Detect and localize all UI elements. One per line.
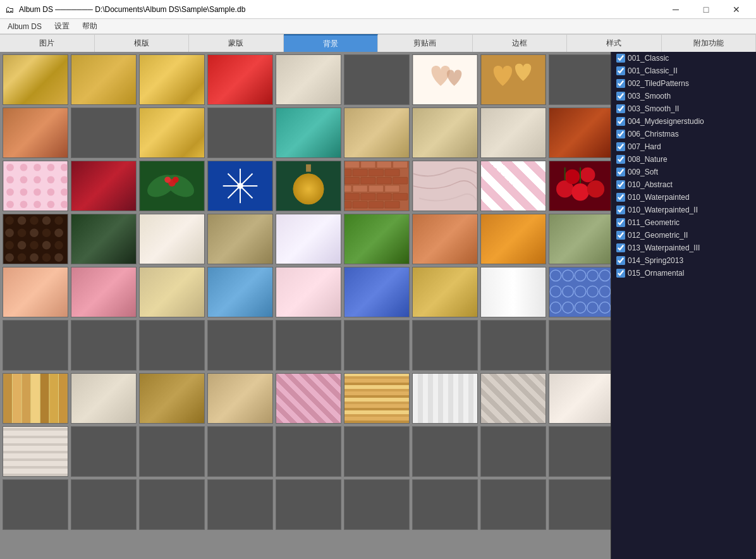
thumbnail-item[interactable] [3, 426, 68, 477]
thumbnail-item[interactable] [71, 161, 137, 211]
thumbnail-item[interactable] [344, 54, 410, 105]
minimize-button[interactable]: ─ [661, 0, 690, 19]
thumbnail-item[interactable] [207, 479, 273, 530]
thumbnail-item[interactable] [344, 214, 410, 264]
sidebar-checkbox-008_Nature[interactable] [616, 155, 625, 164]
thumbnail-item[interactable] [549, 320, 611, 371]
thumbnail-item[interactable] [3, 267, 68, 317]
tab-image[interactable]: 图片 [0, 34, 95, 52]
sidebar-checkbox-014_Spring2013[interactable] [616, 256, 625, 265]
thumbnail-item[interactable] [344, 108, 410, 158]
sidebar-checkbox-004_Mydesignerstudio[interactable] [616, 117, 625, 126]
thumbnail-item[interactable] [344, 267, 410, 317]
thumbnail-item[interactable] [549, 479, 611, 530]
sidebar-item-004_Mydesignerstudio[interactable]: 004_Mydesignerstudio [611, 115, 756, 128]
thumbnail-item[interactable] [71, 108, 137, 158]
sidebar-item-003_Smooth_II[interactable]: 003_Smooth_II [611, 102, 756, 115]
sidebar-checkbox-001_Classic_II[interactable] [616, 66, 625, 75]
thumbnail-item[interactable] [549, 267, 611, 317]
thumbnail-item[interactable] [412, 54, 478, 105]
tab-clipart[interactable]: 剪贴画 [378, 34, 473, 52]
thumbnail-item[interactable] [549, 373, 611, 424]
menu-help[interactable]: 帮助 [77, 20, 102, 33]
sidebar-item-001_Classic_II[interactable]: 001_Classic_II [611, 64, 756, 77]
thumbnail-item[interactable] [480, 214, 546, 264]
sidebar-checkbox-012_Geometric_II[interactable] [616, 231, 625, 240]
thumbnail-item[interactable] [71, 320, 137, 371]
sidebar-item-011_Geometric[interactable]: 011_Geometric [611, 216, 756, 229]
thumbnail-item[interactable] [139, 161, 205, 211]
thumbnail-item[interactable] [3, 54, 68, 105]
thumbnail-grid-area[interactable] [0, 52, 611, 559]
tab-template[interactable]: 模版 [95, 34, 190, 52]
maximize-button[interactable]: □ [692, 0, 721, 19]
thumbnail-item[interactable] [139, 479, 205, 530]
sidebar-item-010_Waterpainted[interactable]: 010_Waterpainted [611, 191, 756, 204]
thumbnail-item[interactable] [276, 54, 341, 105]
thumbnail-item[interactable] [71, 479, 137, 530]
sidebar-checkbox-003_Smooth_II[interactable] [616, 104, 625, 113]
thumbnail-item[interactable] [276, 161, 341, 211]
thumbnail-item[interactable] [3, 479, 68, 530]
thumbnail-item[interactable] [139, 54, 205, 105]
thumbnail-item[interactable] [344, 479, 410, 530]
thumbnail-item[interactable] [207, 108, 273, 158]
sidebar-item-012_Geometric_II[interactable]: 012_Geometric_II [611, 229, 756, 242]
sidebar-checkbox-002_TiledPatterns[interactable] [616, 79, 625, 88]
menu-album-ds[interactable]: Album DS [3, 21, 47, 32]
thumbnail-item[interactable] [139, 320, 205, 371]
thumbnail-item[interactable] [412, 426, 478, 477]
thumbnail-item[interactable] [549, 108, 611, 158]
thumbnail-item[interactable] [412, 214, 478, 264]
thumbnail-item[interactable] [276, 214, 341, 264]
thumbnail-item[interactable] [412, 161, 478, 211]
sidebar-checkbox-010_Abstract[interactable] [616, 180, 625, 189]
tab-background[interactable]: 背景 [284, 34, 379, 52]
thumbnail-item[interactable] [412, 479, 478, 530]
thumbnail-item[interactable] [480, 161, 546, 211]
thumbnail-item[interactable] [344, 426, 410, 477]
thumbnail-item[interactable] [139, 108, 205, 158]
sidebar-item-007_Hard[interactable]: 007_Hard [611, 140, 756, 153]
thumbnail-item[interactable] [139, 426, 205, 477]
thumbnail-item[interactable] [71, 214, 137, 264]
sidebar-checkbox-001_Classic[interactable] [616, 54, 625, 63]
sidebar-item-014_Spring2013[interactable]: 014_Spring2013 [611, 254, 756, 267]
thumbnail-item[interactable] [480, 267, 546, 317]
thumbnail-item[interactable] [207, 373, 273, 424]
thumbnail-item[interactable] [344, 320, 410, 371]
thumbnail-item[interactable] [3, 214, 68, 264]
thumbnail-item[interactable] [207, 161, 273, 211]
sidebar-item-010_Waterpainted_II[interactable]: 010_Waterpainted_II [611, 204, 756, 216]
thumbnail-item[interactable] [549, 426, 611, 477]
thumbnail-item[interactable] [3, 161, 68, 211]
thumbnail-item[interactable] [276, 108, 341, 158]
thumbnail-item[interactable] [549, 214, 611, 264]
sidebar-item-009_Soft[interactable]: 009_Soft [611, 166, 756, 178]
sidebar-item-010_Abstract[interactable]: 010_Abstract [611, 178, 756, 191]
thumbnail-item[interactable] [139, 373, 205, 424]
thumbnail-item[interactable] [480, 373, 546, 424]
thumbnail-item[interactable] [139, 267, 205, 317]
thumbnail-item[interactable] [3, 320, 68, 371]
tab-extra[interactable]: 附加功能 [662, 34, 757, 52]
thumbnail-item[interactable] [480, 108, 546, 158]
sidebar-checkbox-010_Waterpainted[interactable] [616, 193, 625, 202]
sidebar-checkbox-003_Smooth[interactable] [616, 92, 625, 101]
sidebar-item-013_Waterpainted_III[interactable]: 013_Waterpainted_III [611, 242, 756, 254]
thumbnail-item[interactable] [344, 161, 410, 211]
sidebar-checkbox-015_Ornamental[interactable] [616, 269, 625, 278]
tab-style[interactable]: 样式 [567, 34, 662, 52]
thumbnail-item[interactable] [71, 54, 137, 105]
sidebar-checkbox-010_Waterpainted_II[interactable] [616, 206, 625, 214]
thumbnail-item[interactable] [3, 373, 68, 424]
sidebar-checkbox-013_Waterpainted_III[interactable] [616, 243, 625, 252]
thumbnail-item[interactable] [139, 214, 205, 264]
sidebar-checkbox-009_Soft[interactable] [616, 168, 625, 176]
sidebar-item-006_Christmas[interactable]: 006_Christmas [611, 128, 756, 140]
thumbnail-item[interactable] [344, 373, 410, 424]
thumbnail-item[interactable] [276, 373, 341, 424]
thumbnail-item[interactable] [276, 267, 341, 317]
thumbnail-item[interactable] [480, 320, 546, 371]
thumbnail-item[interactable] [207, 426, 273, 477]
